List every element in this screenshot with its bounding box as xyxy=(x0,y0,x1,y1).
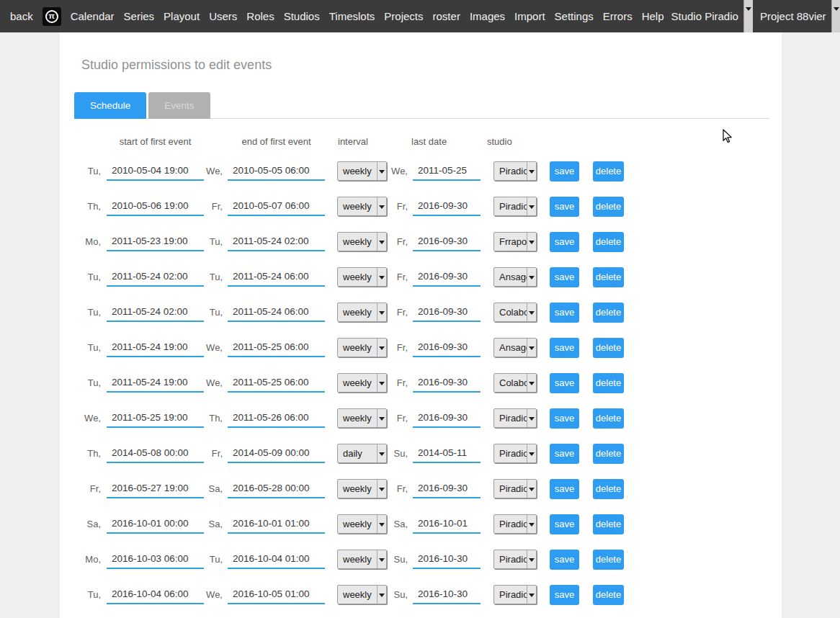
last-date-input[interactable] xyxy=(413,162,481,181)
delete-button[interactable]: delete xyxy=(593,267,624,287)
delete-button[interactable]: delete xyxy=(593,161,624,182)
studio-select[interactable]: Piradio xyxy=(493,161,537,181)
end-of-first-event-input[interactable] xyxy=(228,586,325,604)
start-of-first-event-input[interactable] xyxy=(107,268,204,287)
piradio-logo-icon[interactable]: π xyxy=(43,7,61,26)
nav-item-help[interactable]: Help xyxy=(642,0,664,32)
save-button[interactable]: save xyxy=(550,550,579,570)
end-of-first-event-input[interactable] xyxy=(228,480,325,498)
nav-item-projects[interactable]: Projects xyxy=(384,0,423,32)
back-link[interactable]: back xyxy=(10,0,33,32)
start-of-first-event-input[interactable] xyxy=(107,303,204,322)
save-button[interactable]: save xyxy=(550,303,579,323)
studio-select[interactable]: Piradio xyxy=(493,514,537,534)
nav-item-images[interactable]: Images xyxy=(470,0,505,32)
studio-switcher-select[interactable]: Studio Piradio xyxy=(664,0,753,32)
last-date-input[interactable] xyxy=(413,268,481,287)
delete-button[interactable]: delete xyxy=(593,514,624,534)
end-of-first-event-input[interactable] xyxy=(228,162,325,181)
last-date-input[interactable] xyxy=(413,197,481,216)
save-button[interactable]: save xyxy=(550,514,579,534)
end-of-first-event-input[interactable] xyxy=(228,409,325,428)
end-of-first-event-input[interactable] xyxy=(228,444,325,463)
delete-button[interactable]: delete xyxy=(593,585,624,605)
nav-item-settings[interactable]: Settings xyxy=(555,0,594,32)
nav-item-series[interactable]: Series xyxy=(124,0,155,32)
last-date-input[interactable] xyxy=(413,409,481,428)
last-date-input[interactable] xyxy=(413,233,481,251)
nav-item-errors[interactable]: Errors xyxy=(603,0,633,32)
studio-select[interactable]: Piradio xyxy=(493,479,537,498)
project-switcher-select[interactable]: Project 88vier xyxy=(753,0,840,32)
delete-button[interactable]: delete xyxy=(593,550,624,570)
save-button[interactable]: save xyxy=(550,444,579,464)
chevron-down-icon[interactable] xyxy=(831,0,840,32)
start-of-first-event-input[interactable] xyxy=(107,444,204,463)
end-of-first-event-input[interactable] xyxy=(228,197,325,216)
studio-select[interactable]: Colabo xyxy=(493,373,537,393)
studio-select[interactable]: Ansage xyxy=(493,338,537,357)
studio-select[interactable]: Piradio xyxy=(493,444,537,463)
save-button[interactable]: save xyxy=(550,267,579,287)
nav-item-roles[interactable]: Roles xyxy=(246,0,274,32)
start-of-first-event-input[interactable] xyxy=(107,339,204,357)
chevron-down-icon[interactable] xyxy=(743,0,753,32)
save-button[interactable]: save xyxy=(550,338,579,358)
start-of-first-event-input[interactable] xyxy=(107,374,204,393)
studio-select[interactable]: Piradio xyxy=(493,197,537,216)
tab-schedule[interactable]: Schedule xyxy=(74,92,146,119)
start-of-first-event-input[interactable] xyxy=(107,162,204,181)
last-date-input[interactable] xyxy=(413,444,481,463)
studio-select[interactable]: Colabo xyxy=(493,303,537,322)
delete-button[interactable]: delete xyxy=(593,232,624,252)
start-of-first-event-input[interactable] xyxy=(107,550,204,569)
nav-item-studios[interactable]: Studios xyxy=(284,0,320,32)
start-of-first-event-input[interactable] xyxy=(107,586,204,604)
end-of-first-event-input[interactable] xyxy=(228,374,325,393)
save-button[interactable]: save xyxy=(550,161,579,182)
last-date-input[interactable] xyxy=(413,303,481,322)
studio-select[interactable]: Ansage xyxy=(493,267,537,287)
studio-select[interactable]: Frrapo xyxy=(493,232,537,251)
start-of-first-event-input[interactable] xyxy=(107,197,204,216)
nav-item-timeslots[interactable]: Timeslots xyxy=(329,0,375,32)
nav-item-playout[interactable]: Playout xyxy=(164,0,200,32)
save-button[interactable]: save xyxy=(550,373,579,393)
end-of-first-event-input[interactable] xyxy=(228,515,325,534)
last-date-input[interactable] xyxy=(413,480,481,498)
nav-item-import[interactable]: Import xyxy=(514,0,545,32)
save-button[interactable]: save xyxy=(550,232,579,252)
last-date-input[interactable] xyxy=(413,339,481,357)
save-button[interactable]: save xyxy=(550,408,579,429)
delete-button[interactable]: delete xyxy=(593,444,624,464)
delete-button[interactable]: delete xyxy=(593,408,624,429)
last-date-input[interactable] xyxy=(413,586,481,604)
last-date-input[interactable] xyxy=(413,374,481,393)
tab-events[interactable]: Events xyxy=(148,92,210,119)
save-button[interactable]: save xyxy=(550,479,579,499)
end-of-first-event-input[interactable] xyxy=(228,268,325,287)
start-of-first-event-input[interactable] xyxy=(107,480,204,498)
delete-button[interactable]: delete xyxy=(593,479,624,499)
nav-item-users[interactable]: Users xyxy=(209,0,237,32)
end-of-first-event-input[interactable] xyxy=(228,303,325,322)
save-button[interactable]: save xyxy=(550,197,579,217)
start-of-first-event-input[interactable] xyxy=(107,233,204,251)
nav-item-roster[interactable]: roster xyxy=(433,0,460,32)
end-of-first-event-input[interactable] xyxy=(228,550,325,569)
start-of-first-event-input[interactable] xyxy=(107,515,204,534)
delete-button[interactable]: delete xyxy=(593,197,624,217)
end-of-first-event-input[interactable] xyxy=(228,339,325,357)
delete-button[interactable]: delete xyxy=(593,373,624,393)
last-date-input[interactable] xyxy=(413,550,481,569)
delete-button[interactable]: delete xyxy=(593,303,624,323)
save-button[interactable]: save xyxy=(550,585,579,605)
delete-button[interactable]: delete xyxy=(593,338,624,358)
studio-select[interactable]: Piradio xyxy=(493,585,537,604)
studio-select[interactable]: Piradio xyxy=(493,550,537,569)
studio-select[interactable]: Piradio xyxy=(493,408,537,428)
last-date-input[interactable] xyxy=(413,515,481,534)
start-of-first-event-input[interactable] xyxy=(107,409,204,428)
nav-item-calendar[interactable]: Calendar xyxy=(71,0,115,32)
end-of-first-event-input[interactable] xyxy=(228,233,325,251)
